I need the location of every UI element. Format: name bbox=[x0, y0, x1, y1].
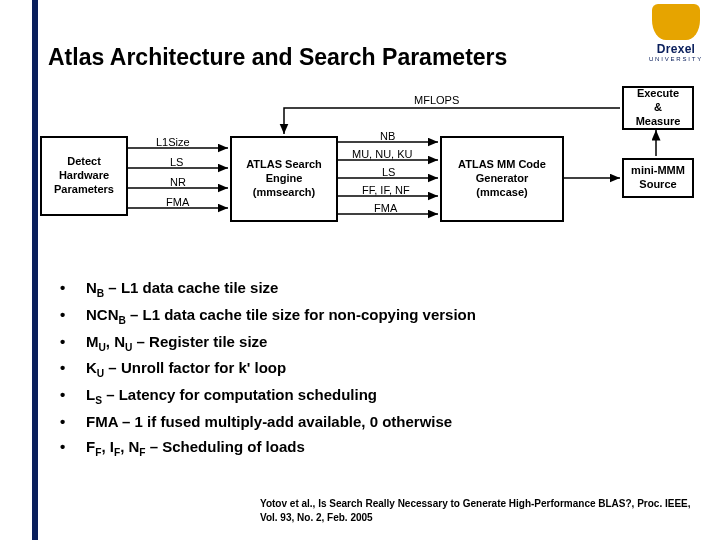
edge-fma: FMA bbox=[166, 196, 189, 208]
bullet-item-0: NB – L1 data cache tile size bbox=[60, 276, 660, 303]
box-execute-measure: Execute&Measure bbox=[622, 86, 694, 130]
edge-munu: MU, NU, KU bbox=[352, 148, 413, 160]
bullet-item-2: MU, NU – Register tile size bbox=[60, 330, 660, 357]
dragon-icon bbox=[652, 4, 700, 40]
edge-mflops: MFLOPS bbox=[414, 94, 459, 106]
parameter-list: NB – L1 data cache tile sizeNCNB – L1 da… bbox=[60, 276, 660, 462]
edge-nr: NR bbox=[170, 176, 186, 188]
edge-ls2: LS bbox=[382, 166, 395, 178]
brand-name: Drexel bbox=[642, 42, 710, 56]
citation: Yotov et al., Is Search Really Necessary… bbox=[260, 497, 700, 524]
box-mmm-source: mini-MMMSource bbox=[622, 158, 694, 198]
architecture-diagram: DetectHardwareParameters ATLAS SearchEng… bbox=[20, 84, 708, 244]
edge-l1size: L1Size bbox=[156, 136, 190, 148]
bullet-item-4: LS – Latency for computation scheduling bbox=[60, 383, 660, 410]
box-search-engine: ATLAS SearchEngine(mmsearch) bbox=[230, 136, 338, 222]
bullet-item-5: FMA – 1 if fused multiply-add available,… bbox=[60, 410, 660, 435]
left-accent-bar bbox=[32, 0, 38, 540]
bullet-item-6: FF, IF, NF – Scheduling of loads bbox=[60, 435, 660, 462]
edge-ffifnf: FF, IF, NF bbox=[362, 184, 410, 196]
brand-logo: Drexel UNIVERSITY bbox=[642, 4, 710, 62]
edge-ls: LS bbox=[170, 156, 183, 168]
bullet-item-1: NCNB – L1 data cache tile size for non-c… bbox=[60, 303, 660, 330]
bullet-item-3: KU – Unroll factor for k' loop bbox=[60, 356, 660, 383]
edge-nb: NB bbox=[380, 130, 395, 142]
box-code-generator: ATLAS MM CodeGenerator(mmcase) bbox=[440, 136, 564, 222]
brand-sub: UNIVERSITY bbox=[642, 56, 710, 62]
edge-fma2: FMA bbox=[374, 202, 397, 214]
box-detect-hw: DetectHardwareParameters bbox=[40, 136, 128, 216]
slide-title: Atlas Architecture and Search Parameters bbox=[48, 44, 507, 71]
